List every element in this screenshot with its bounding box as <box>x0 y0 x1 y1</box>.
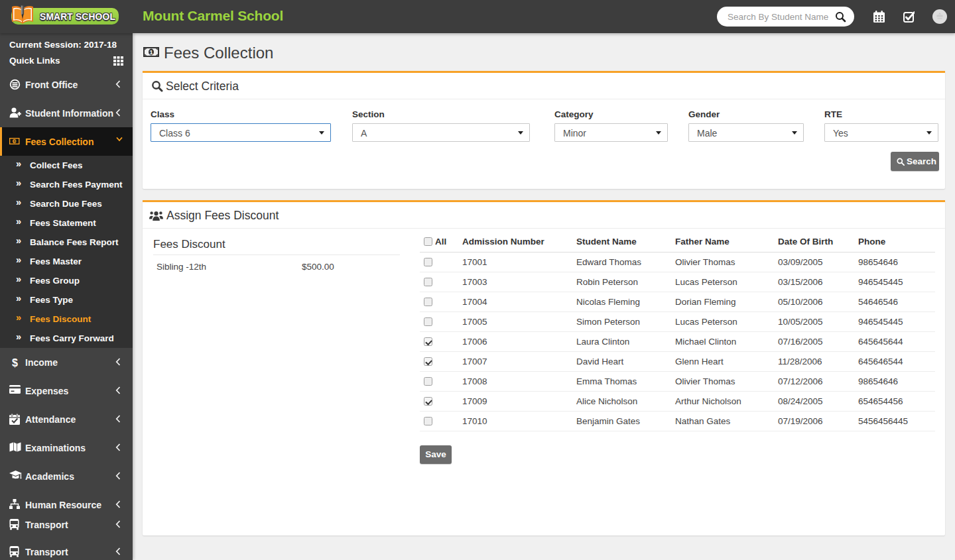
svg-text:1: 1 <box>149 49 153 56</box>
svg-text:0: 0 <box>13 139 15 142</box>
svg-text:$: $ <box>12 357 18 368</box>
